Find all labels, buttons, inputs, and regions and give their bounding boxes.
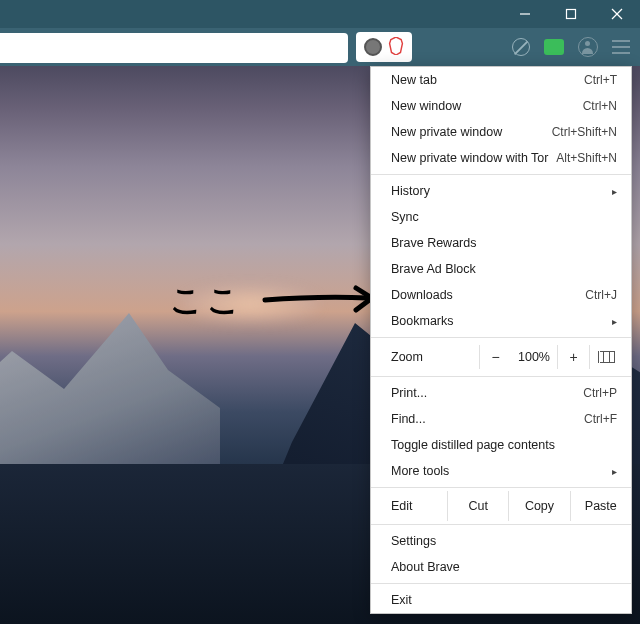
menu-item-history[interactable]: History ▸ [371,178,631,204]
close-button[interactable] [594,0,640,28]
menu-item-bookmarks[interactable]: Bookmarks ▸ [371,308,631,334]
menu-label: History [391,184,430,198]
menu-item-new-private-window[interactable]: New private window Ctrl+Shift+N [371,119,631,145]
menu-label: Toggle distilled page contents [391,438,555,452]
menu-shortcut: Ctrl+Shift+N [552,125,617,139]
url-bar[interactable] [0,33,348,63]
menu-item-downloads[interactable]: Downloads Ctrl+J [371,282,631,308]
menu-item-brave-rewards[interactable]: Brave Rewards [371,230,631,256]
zoom-value: 100% [511,350,557,364]
window-titlebar [0,0,640,28]
menu-label: Find... [391,412,426,426]
menu-shortcut: Ctrl+F [584,412,617,426]
menu-separator [371,487,631,488]
menu-separator [371,337,631,338]
zoom-label: Zoom [391,350,479,364]
menu-item-find[interactable]: Find... Ctrl+F [371,406,631,432]
menu-zoom-row: Zoom − 100% + [371,341,631,373]
menu-shortcut: Ctrl+N [583,99,617,113]
cut-button[interactable]: Cut [447,491,508,521]
menu-edit-row: Edit Cut Copy Paste [371,491,631,521]
menu-label: Downloads [391,288,453,302]
menu-label: Settings [391,534,436,548]
paste-button[interactable]: Paste [570,491,631,521]
menu-separator [371,524,631,525]
menu-item-new-private-tor[interactable]: New private window with Tor Alt+Shift+N [371,145,631,171]
zoom-in-button[interactable]: + [557,345,589,369]
edit-label: Edit [371,491,447,521]
svg-rect-1 [567,10,576,19]
menu-label: Exit [391,593,412,607]
menu-item-about-brave[interactable]: About Brave [371,554,631,580]
menu-label: More tools [391,464,449,478]
menu-label: New private window [391,125,502,139]
main-menu: New tab Ctrl+T New window Ctrl+N New pri… [370,66,632,614]
brave-logo-icon[interactable] [388,37,404,58]
profile-icon[interactable] [578,37,598,57]
tracker-block-icon[interactable] [512,38,530,56]
menu-item-more-tools[interactable]: More tools ▸ [371,458,631,484]
menu-shortcut: Alt+Shift+N [556,151,617,165]
chevron-right-icon: ▸ [612,186,617,197]
fullscreen-icon [600,351,614,363]
menu-label: Brave Rewards [391,236,476,250]
menu-item-new-tab[interactable]: New tab Ctrl+T [371,67,631,93]
menu-label: About Brave [391,560,460,574]
zoom-out-button[interactable]: − [479,345,511,369]
menu-item-settings[interactable]: Settings [371,528,631,554]
menu-label: Bookmarks [391,314,454,328]
browser-toolbar [0,28,640,66]
menu-item-new-window[interactable]: New window Ctrl+N [371,93,631,119]
menu-shortcut: Ctrl+P [583,386,617,400]
menu-shortcut: Ctrl+T [584,73,617,87]
brave-shields-icon[interactable] [364,38,382,56]
menu-separator [371,376,631,377]
menu-label: Brave Ad Block [391,262,476,276]
minimize-button[interactable] [502,0,548,28]
chevron-right-icon: ▸ [612,316,617,327]
menu-item-print[interactable]: Print... Ctrl+P [371,380,631,406]
rewards-icon[interactable] [544,39,564,55]
menu-item-sync[interactable]: Sync [371,204,631,230]
chevron-right-icon: ▸ [612,466,617,477]
menu-item-toggle-distilled[interactable]: Toggle distilled page contents [371,432,631,458]
maximize-button[interactable] [548,0,594,28]
menu-separator [371,583,631,584]
menu-label: New private window with Tor [391,151,548,165]
menu-shortcut: Ctrl+J [585,288,617,302]
fullscreen-button[interactable] [589,345,623,369]
menu-label: New tab [391,73,437,87]
menu-separator [371,174,631,175]
menu-item-exit[interactable]: Exit [371,587,631,613]
extension-area [356,32,412,62]
main-menu-button[interactable] [612,40,630,54]
menu-label: Print... [391,386,427,400]
menu-item-brave-ad-block[interactable]: Brave Ad Block [371,256,631,282]
menu-label: Sync [391,210,419,224]
copy-button[interactable]: Copy [508,491,569,521]
menu-label: New window [391,99,461,113]
